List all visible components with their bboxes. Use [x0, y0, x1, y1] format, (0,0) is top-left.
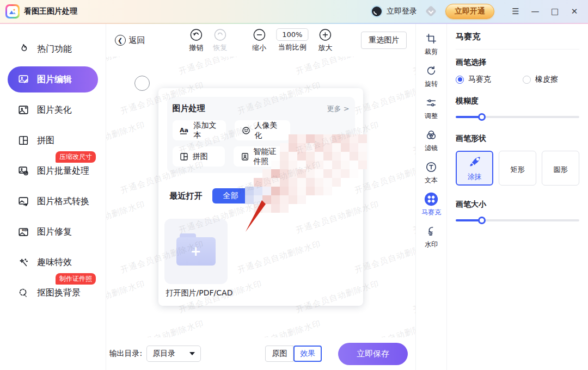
mosaic-cell	[254, 187, 262, 195]
mosaic-cell	[323, 169, 332, 178]
rotate-icon	[424, 64, 438, 78]
mosaic-cell	[332, 161, 341, 169]
dialog-more-link[interactable]: 更多 >	[327, 104, 350, 114]
output-dir-value: 原目录	[152, 349, 175, 359]
undo-button[interactable]: 撤销	[189, 28, 203, 53]
image-sparkle-icon	[17, 104, 29, 116]
dropdown-caret-icon	[189, 352, 195, 355]
face-icon	[241, 126, 251, 135]
back-label: 返回	[129, 35, 145, 46]
back-button[interactable]: ❮ 返回	[115, 35, 145, 46]
tool-2[interactable]: 调整	[424, 96, 438, 121]
mosaic-cell	[350, 161, 358, 169]
image-edit-icon	[17, 73, 29, 85]
sidebar-item-label: 图片美化	[37, 104, 72, 116]
convert-icon	[17, 195, 29, 207]
tool-6[interactable]: 水印	[424, 224, 438, 249]
mosaic-cell	[271, 187, 280, 195]
mosaic-cell	[341, 143, 350, 152]
dialog-feature-2[interactable]: 拼图	[173, 146, 225, 166]
tool-3[interactable]: 滤镜	[424, 128, 438, 153]
minimize-button[interactable]: —	[527, 4, 543, 18]
mosaic-cell	[323, 187, 332, 195]
close-button[interactable]: ✕	[566, 4, 583, 18]
tool-4[interactable]: 文本	[424, 160, 438, 185]
zoom-out-button[interactable]: 缩小	[252, 28, 266, 53]
watermark-text: 开通会员自动删除水印	[412, 199, 416, 236]
mosaic-cell	[297, 187, 306, 195]
tool-1[interactable]: 旋转	[424, 64, 438, 89]
menu-button[interactable]: ☰	[507, 4, 524, 18]
shape-circle[interactable]: 圆形	[542, 151, 579, 186]
mosaic-cell	[323, 134, 332, 143]
sidebar-item-4[interactable]: 压缩改尺寸 图片批量处理	[8, 158, 98, 184]
compare-1[interactable]: 效果	[293, 346, 322, 362]
mosaic-cell	[280, 187, 289, 195]
image-canvas[interactable]: 图片处理 更多 > Aa 添加文本 人像美化 拼图 智能证件照 人像抠图 最近打…	[106, 57, 416, 337]
mosaic-cell	[332, 178, 341, 187]
mosaic-cell	[289, 187, 297, 195]
app-logo-icon	[5, 4, 20, 18]
reselect-image-button[interactable]: 重选图片	[361, 32, 407, 49]
zoom-in-label: 放大	[318, 43, 332, 53]
compare-0[interactable]: 原图	[265, 346, 293, 362]
watermark-icon	[424, 224, 438, 238]
dialog-feature-0[interactable]: Aa 添加文本	[173, 120, 226, 140]
mosaic-cell	[306, 169, 315, 178]
open-file-card[interactable]: +	[164, 219, 228, 284]
sidebar-item-0[interactable]: 热门功能	[8, 36, 98, 62]
sidebar-item-label: 图片批量处理	[37, 165, 89, 177]
zoom-level: 100% 当前比例	[276, 28, 308, 52]
flame-icon	[17, 43, 29, 55]
redo-button[interactable]: 恢复	[213, 28, 227, 53]
brush-option-1[interactable]: 橡皮擦	[523, 75, 558, 84]
vip-upgrade-button[interactable]: 立即开通	[445, 4, 494, 19]
repair-icon: HD	[17, 226, 29, 238]
mosaic-cell	[289, 134, 297, 143]
undo-label: 撤销	[189, 43, 203, 53]
mosaic-cell	[306, 161, 315, 169]
tool-strip: 裁剪 旋转 调整 滤镜 文本 马赛克 水印	[415, 24, 447, 370]
brush-icon	[468, 155, 482, 169]
mosaic-cell	[332, 152, 341, 161]
mosaic-cell	[306, 134, 315, 143]
zoom-in-button[interactable]: 放大	[318, 28, 332, 53]
svg-text:HD: HD	[22, 228, 27, 232]
maximize-button[interactable]: □	[547, 4, 563, 18]
login-link[interactable]: 立即登录	[387, 7, 417, 16]
mosaic-cell	[297, 134, 306, 143]
vip-gem-icon	[425, 6, 438, 17]
save-button[interactable]: 立即保存	[338, 343, 408, 365]
tool-5[interactable]: 马赛克	[421, 192, 441, 217]
sidebar-item-2[interactable]: 图片美化	[8, 97, 98, 123]
blur-slider-knob[interactable]	[478, 113, 486, 121]
size-slider-knob[interactable]	[478, 217, 486, 224]
mosaic-cell	[262, 187, 271, 195]
sidebar-item-8[interactable]: 制作证件照 抠图换背景	[8, 280, 98, 306]
sidebar-item-7[interactable]: 趣味特效	[8, 249, 98, 275]
mosaic-cell	[254, 178, 262, 187]
blur-slider[interactable]	[456, 113, 579, 121]
brush-option-0[interactable]: 马赛克	[456, 75, 491, 84]
shape-brush[interactable]: 涂抹	[456, 151, 493, 186]
redo-label: 恢复	[213, 43, 227, 53]
sidebar-item-3[interactable]: 拼图	[8, 127, 98, 153]
sidebar-item-6[interactable]: HD 图片修复	[8, 219, 98, 245]
titlebar: 看图王图片处理 立即登录 立即开通 ☰—□✕	[0, 0, 588, 23]
brush-select-label: 画笔选择	[456, 58, 579, 67]
mosaic-icon	[424, 192, 438, 206]
watermark-text: 开通会员自动删除水印	[106, 199, 146, 236]
sidebar-item-1[interactable]: 图片编辑	[8, 66, 98, 92]
sidebar-item-5[interactable]: 图片格式转换	[8, 188, 98, 214]
mosaic-cell	[350, 169, 358, 178]
tool-0[interactable]: 裁剪	[424, 32, 438, 57]
batch-icon	[17, 165, 29, 177]
mosaic-cell	[341, 134, 350, 143]
shape-square[interactable]: 矩形	[499, 151, 536, 186]
undo-icon	[189, 28, 203, 41]
size-slider[interactable]	[456, 217, 579, 224]
login-area[interactable]: 立即登录	[371, 5, 417, 17]
zoom-caption: 当前比例	[278, 42, 307, 52]
output-dir-select[interactable]: 原目录	[146, 346, 201, 362]
dialog-feature-1[interactable]: 人像美化	[235, 120, 290, 140]
